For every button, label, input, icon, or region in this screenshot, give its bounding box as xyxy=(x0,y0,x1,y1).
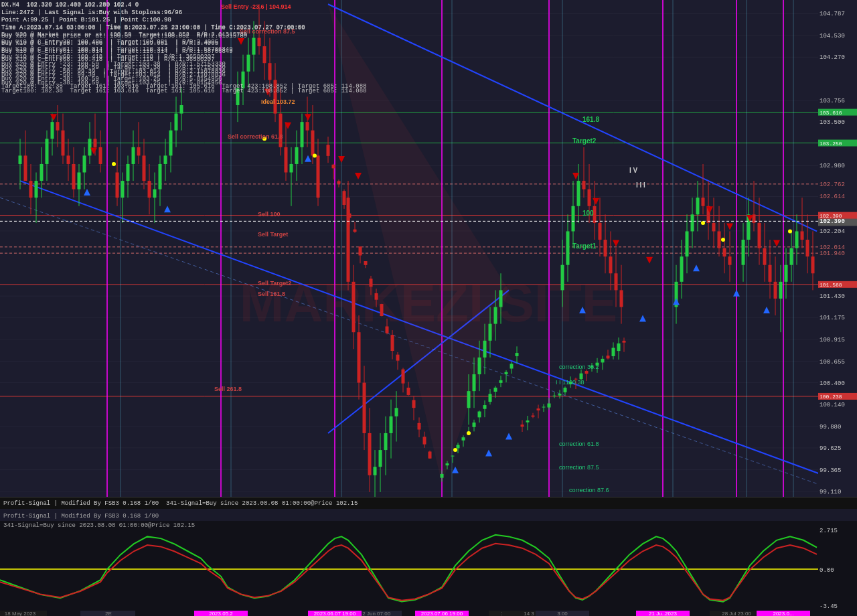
chart-canvas xyxy=(0,0,857,616)
signal-line: 341-Signal=Buy since 2023.08.08 01:00:00… xyxy=(166,500,358,507)
signal-bar: Profit-Signal | Modified By FSB3 0.168 1… xyxy=(0,497,857,509)
signal-info: Profit-Signal | Modified By FSB3 0.168 1… xyxy=(3,500,159,507)
chart-container: DX.H4 102.320 102.400 102.280 102.4 0 Li… xyxy=(0,0,857,616)
